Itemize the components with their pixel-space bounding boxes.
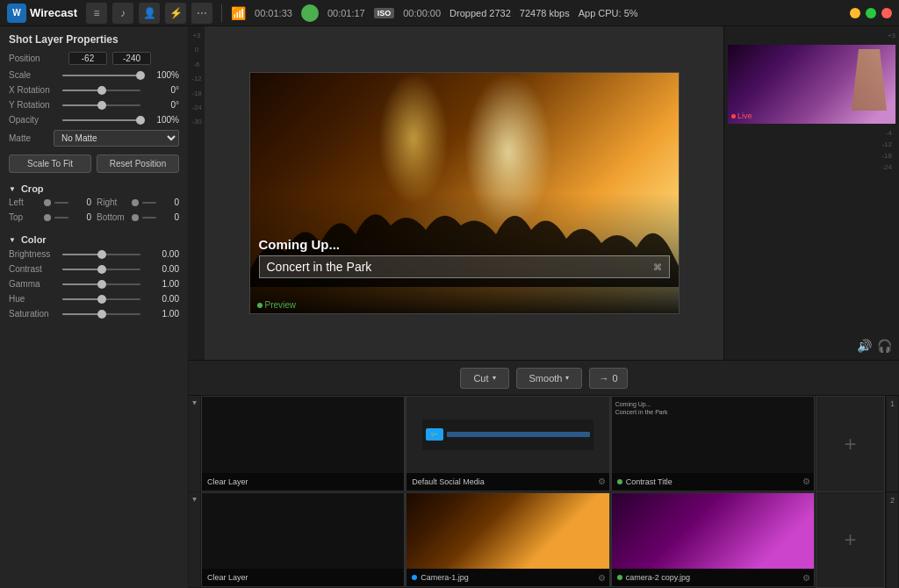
preview-label: Preview xyxy=(257,300,297,310)
minimize-btn[interactable] xyxy=(850,8,860,18)
social-media-text: Default Social Media xyxy=(412,477,485,486)
arrow-icon: → xyxy=(599,373,608,384)
maximize-btn[interactable] xyxy=(866,8,876,18)
more-icon[interactable]: ⋯ xyxy=(191,3,212,24)
y-rotation-value: 0° xyxy=(146,100,179,110)
add-shot-row-1[interactable]: + xyxy=(816,396,885,492)
close-btn[interactable] xyxy=(881,8,892,18)
crop-arrow-icon: ▼ xyxy=(9,185,16,193)
shot-item-clear-layer-1[interactable]: Clear Layer xyxy=(201,396,405,491)
shot-settings-social[interactable]: ⚙ xyxy=(598,477,606,486)
smooth-button[interactable]: Smooth ▾ xyxy=(516,368,583,389)
shot-item-camera1[interactable]: Camera-1.jpg ⚙ xyxy=(406,492,609,588)
audio-icon[interactable]: ♪ xyxy=(112,3,133,24)
reset-position-button[interactable]: Reset Position xyxy=(97,154,179,173)
row-2-indicator[interactable]: ▲ xyxy=(189,492,201,588)
kbps: 72478 kbps xyxy=(520,8,570,18)
iso-status: 00:00:00 xyxy=(403,8,441,18)
contrast-slider[interactable] xyxy=(62,269,140,270)
color-section-header[interactable]: ▼ Color xyxy=(0,229,188,247)
cpu-usage: App CPU: 5% xyxy=(579,8,638,18)
scale-value: 100% xyxy=(146,70,179,80)
crop-top-slider[interactable] xyxy=(54,217,68,219)
cut-button[interactable]: Cut ▾ xyxy=(460,368,508,389)
brightness-slider[interactable] xyxy=(62,254,140,255)
layers-icon[interactable]: ≡ xyxy=(86,3,107,24)
opacity-value: 100% xyxy=(146,115,179,125)
row-num-2: 2 xyxy=(886,491,898,588)
shot-item-social-media[interactable]: 🐦 Default Social Media ⚙ xyxy=(406,396,609,491)
opacity-row: Opacity 100% xyxy=(0,112,188,127)
record-time: 00:01:17 xyxy=(327,8,365,18)
auto-transition-button[interactable]: → 0 xyxy=(589,368,627,389)
preview-canvas: Coming Up... Concert in the Park ⌘ Previ… xyxy=(205,26,723,360)
matte-select[interactable]: No Matte xyxy=(54,130,179,147)
stream-time: 00:01:33 xyxy=(255,8,292,18)
crop-right-value: 0 xyxy=(160,197,179,207)
x-rotation-slider[interactable] xyxy=(62,90,140,91)
shot-settings-contrast[interactable]: ⚙ xyxy=(802,477,810,486)
camera2-text: camera-2 copy.jpg xyxy=(626,573,690,582)
hue-label: Hue xyxy=(9,294,57,304)
speaker-icon[interactable]: 🔊 xyxy=(857,339,872,353)
opacity-slider[interactable] xyxy=(62,119,140,121)
row-1-indicator[interactable]: ▲ xyxy=(189,396,201,491)
shot-item-contrast-title[interactable]: Coming Up...Concert in the Park Contrast… xyxy=(611,396,815,491)
crop-section-header[interactable]: ▼ Crop xyxy=(0,178,188,196)
shot-item-camera2[interactable]: camera-2 copy.jpg ⚙ xyxy=(611,492,815,588)
live-dot-icon xyxy=(731,114,736,118)
action-btn-row: Scale To Fit Reset Position xyxy=(0,149,188,178)
brightness-value: 0.00 xyxy=(146,249,179,259)
add-shot-row-2[interactable]: + xyxy=(816,492,885,589)
add-shot-column: + + xyxy=(815,396,885,588)
saturation-row: Saturation 1.00 xyxy=(0,306,188,321)
top-bar: W Wirecast ≡ ♪ 👤 ⚡ ⋯ 📶 00:01:33 00:01:17… xyxy=(0,0,899,26)
crop-left-slider[interactable] xyxy=(54,202,68,204)
shot-settings-camera1[interactable]: ⚙ xyxy=(598,573,606,583)
command-icon: ⌘ xyxy=(653,262,662,272)
opacity-label: Opacity xyxy=(9,115,57,125)
wifi-icon: 📶 xyxy=(231,6,246,20)
bolt-icon[interactable]: ⚡ xyxy=(165,3,186,24)
person-icon[interactable]: 👤 xyxy=(139,3,160,24)
record-status: 00:01:17 xyxy=(327,8,365,18)
scale-to-fit-button[interactable]: Scale To Fit xyxy=(9,154,91,173)
record-btn[interactable] xyxy=(301,4,319,22)
saturation-slider[interactable] xyxy=(62,313,140,315)
gamma-slider[interactable] xyxy=(62,283,140,285)
shot-label-camera1: Camera-1.jpg ⚙ xyxy=(406,569,608,586)
row-2-up-arrow: ▲ xyxy=(191,496,198,504)
position-y-input[interactable] xyxy=(112,52,151,65)
shot-settings-camera2[interactable]: ⚙ xyxy=(802,573,810,583)
camera1-dot-icon xyxy=(412,575,417,580)
scale-slider[interactable] xyxy=(62,75,140,76)
logo-icon: W xyxy=(7,4,26,23)
position-label: Position xyxy=(9,54,63,63)
panel-title: Shot Layer Properties xyxy=(0,26,188,49)
smooth-label: Smooth xyxy=(529,373,563,384)
crop-top-row: Top 0 xyxy=(9,211,91,224)
coming-up-text: Coming Up... xyxy=(259,237,670,252)
concert-title: Concert in the Park xyxy=(267,260,372,274)
crop-bottom-slider[interactable] xyxy=(142,217,156,219)
stream-status: 00:01:33 xyxy=(255,8,292,18)
headphone-icon[interactable]: 🎧 xyxy=(877,339,892,353)
toolbar-icons: ≡ ♪ 👤 ⚡ ⋯ xyxy=(86,3,212,24)
y-rotation-slider[interactable] xyxy=(62,104,140,106)
hue-slider[interactable] xyxy=(62,298,140,300)
scale-label: Scale xyxy=(9,70,57,80)
crop-bottom-label: Bottom xyxy=(97,212,128,222)
right-panel: +3 Live -4 xyxy=(723,26,899,360)
matte-row: Matte No Matte xyxy=(0,127,188,149)
crop-left-dot xyxy=(44,199,51,206)
crop-section-label: Crop xyxy=(21,183,44,194)
hue-row: Hue 0.00 xyxy=(0,291,188,306)
crop-right-slider[interactable] xyxy=(142,202,156,204)
shot-item-clear-layer-2[interactable]: Clear Layer xyxy=(201,492,405,588)
divider1 xyxy=(221,4,222,22)
position-x-input[interactable] xyxy=(68,52,107,65)
live-text: Live xyxy=(737,111,752,120)
shot-items-row-2: Clear Layer Camera-1.jpg ⚙ xyxy=(201,492,815,588)
preview-text: Preview xyxy=(265,300,297,310)
shot-label-contrast: Contrast Title ⚙ xyxy=(612,473,814,491)
